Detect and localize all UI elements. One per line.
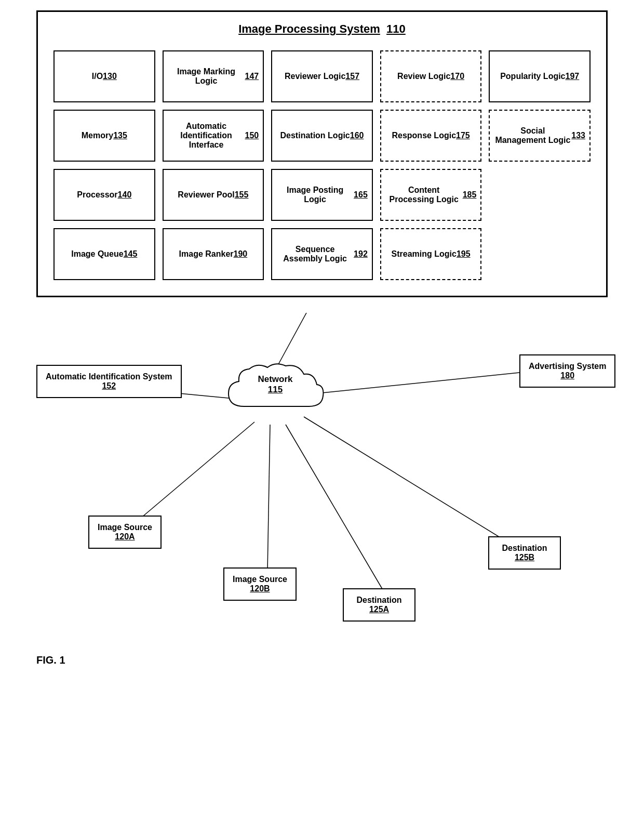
component-box-195: Streaming Logic195 [380, 228, 482, 280]
net-box-dest-125b: Destination125B [488, 536, 561, 570]
net-box-dest-125a: Destination125A [343, 588, 415, 622]
component-box-140: Processor140 [53, 169, 155, 221]
fig-label: FIG. 1 [36, 654, 65, 666]
component-box-175: Response Logic175 [380, 110, 482, 162]
system-number: 110 [386, 22, 406, 35]
component-box-155: Reviewer Pool155 [163, 169, 264, 221]
svg-line-4 [267, 425, 270, 572]
component-box-165: Image Posting Logic165 [271, 169, 373, 221]
component-box-145: Image Queue145 [53, 228, 155, 280]
system-title-text: Image Processing System [238, 22, 380, 35]
component-box-197: Popularity Logic197 [489, 50, 591, 102]
net-box-auto-id-sys: Automatic Identification System152 [36, 365, 182, 398]
svg-line-6 [304, 417, 519, 549]
network-number: 115 [268, 385, 283, 394]
system-title: Image Processing System 110 [48, 22, 596, 36]
component-box-160: Destination Logic160 [271, 110, 373, 162]
component-box-170: Review Logic170 [380, 50, 482, 102]
system-box: Image Processing System 110 I/O130Image … [36, 10, 608, 297]
component-box-150: Automatic Identification Interface150 [163, 110, 264, 162]
net-box-img-src-b: Image Source120B [223, 567, 297, 601]
component-box-130: I/O130 [53, 50, 155, 102]
component-box-133: Social Management Logic133 [489, 110, 591, 162]
network-label: Network 115 [223, 374, 327, 395]
net-box-img-src-a: Image Source120A [88, 516, 162, 549]
svg-line-2 [317, 373, 519, 393]
component-grid: I/O130Image Marking Logic147Reviewer Log… [48, 45, 596, 285]
network-section: Network 115 Automatic Identification Sys… [21, 313, 644, 677]
component-box-147: Image Marking Logic147 [163, 50, 264, 102]
component-box-192: Sequence Assembly Logic192 [271, 228, 373, 280]
svg-line-5 [286, 425, 384, 592]
svg-line-3 [138, 422, 254, 521]
net-box-adv-sys: Advertising System180 [519, 354, 615, 388]
component-box-190: Image Ranker190 [163, 228, 264, 280]
component-box-157: Reviewer Logic157 [271, 50, 373, 102]
component-box-135: Memory135 [53, 110, 155, 162]
page: Image Processing System 110 I/O130Image … [0, 0, 644, 832]
component-box-185: Content Processing Logic185 [380, 169, 482, 221]
network-cloud: Network 115 [223, 360, 327, 427]
